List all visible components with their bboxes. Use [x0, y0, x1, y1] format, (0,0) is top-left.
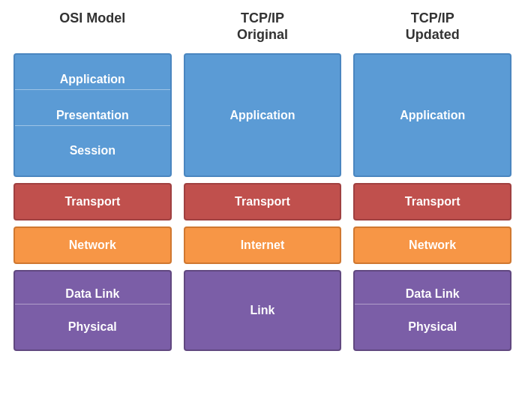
tcpip-upd-datalink-group: Data Link Physical: [353, 270, 512, 351]
tcpip-upd-physical-label: Physical: [355, 317, 510, 337]
osi-network-layer: Network: [14, 226, 172, 264]
osi-app-group: Application Presentation Session: [14, 53, 172, 177]
header-osi: OSI Model: [8, 8, 178, 47]
tcpip-orig-internet-layer: Internet: [184, 226, 342, 264]
tcpip-orig-link-label: Link: [250, 304, 275, 317]
tcpip-upd-network-layer: Network: [353, 226, 512, 264]
tcpip-upd-app-label: Application: [400, 109, 465, 122]
layer-columns: Application Presentation Session Transpo…: [8, 53, 518, 412]
osi-network-label: Network: [69, 238, 116, 252]
tcpip-orig-link-layer: Link: [184, 270, 342, 351]
osi-datalink-group: Data Link Physical: [14, 270, 172, 351]
osi-presentation-label: Presentation: [15, 106, 170, 126]
tcpip-upd-transport-layer: Transport: [353, 183, 512, 220]
osi-transport-label: Transport: [64, 195, 120, 208]
osi-session-label: Session: [15, 141, 170, 160]
tcpip-original-column: Application Transport Internet Link: [178, 53, 348, 412]
tcpip-upd-datalink-label: Data Link: [355, 284, 510, 304]
tcpip-upd-transport-label: Transport: [405, 195, 460, 208]
tcpip-upd-app-layer: Application: [353, 53, 512, 177]
osi-application-label: Application: [15, 70, 170, 90]
tcpip-orig-app-layer: Application: [184, 53, 342, 177]
tcpip-orig-transport-label: Transport: [235, 195, 290, 208]
tcpip-orig-app-label: Application: [230, 109, 295, 122]
tcpip-upd-network-label: Network: [409, 238, 456, 252]
osi-column: Application Presentation Session Transpo…: [8, 53, 178, 412]
tcpip-orig-internet-label: Internet: [241, 238, 285, 252]
tcpip-orig-transport-layer: Transport: [184, 183, 342, 220]
column-headers: OSI Model TCP/IPOriginal TCP/IPUpdated: [8, 8, 518, 47]
tcpip-updated-column: Application Transport Network Data Link …: [347, 53, 518, 412]
header-tcpip-original: TCP/IPOriginal: [178, 8, 348, 47]
main-container: OSI Model TCP/IPOriginal TCP/IPUpdated A…: [0, 0, 525, 420]
osi-transport-layer: Transport: [14, 183, 172, 220]
osi-datalink-label: Data Link: [15, 284, 170, 304]
header-tcpip-updated: TCP/IPUpdated: [347, 8, 518, 47]
osi-physical-label: Physical: [15, 317, 170, 337]
